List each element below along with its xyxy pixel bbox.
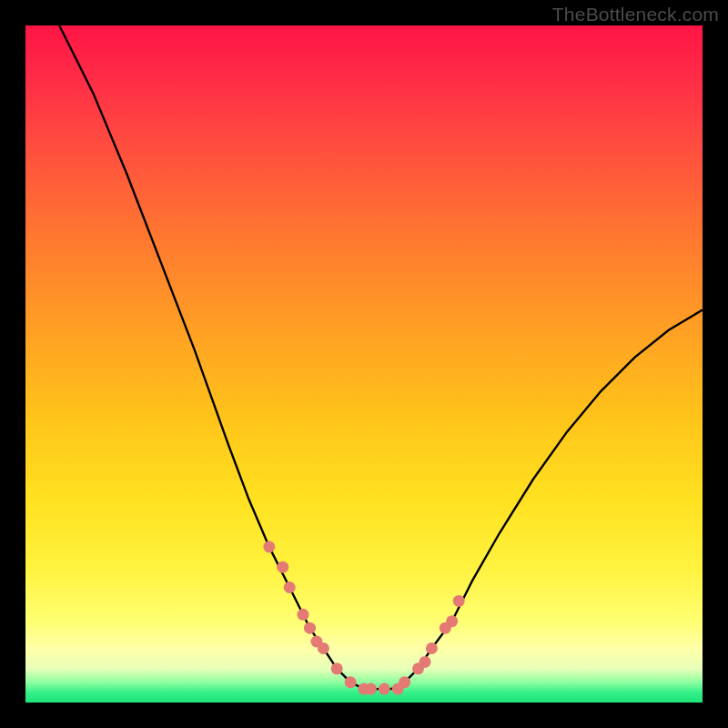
- data-point: [331, 662, 343, 674]
- data-point: [426, 642, 438, 654]
- data-point: [263, 541, 275, 552]
- data-point: [420, 656, 431, 668]
- plot-area: [25, 25, 703, 703]
- data-point: [379, 683, 390, 695]
- data-point: [277, 561, 288, 573]
- data-point: [399, 676, 410, 688]
- data-point: [298, 609, 309, 621]
- curve-layer: [25, 25, 703, 703]
- data-point: [446, 615, 458, 627]
- data-point: [345, 676, 357, 688]
- data-point: [365, 683, 377, 695]
- data-point: [304, 622, 316, 634]
- chart-frame: TheBottleneck.com: [0, 0, 728, 728]
- data-point: [318, 642, 329, 654]
- bottleneck-curve: [59, 25, 703, 689]
- data-point-markers: [263, 541, 464, 694]
- data-point: [284, 581, 296, 593]
- data-point: [453, 595, 465, 607]
- watermark-text: TheBottleneck.com: [552, 4, 719, 25]
